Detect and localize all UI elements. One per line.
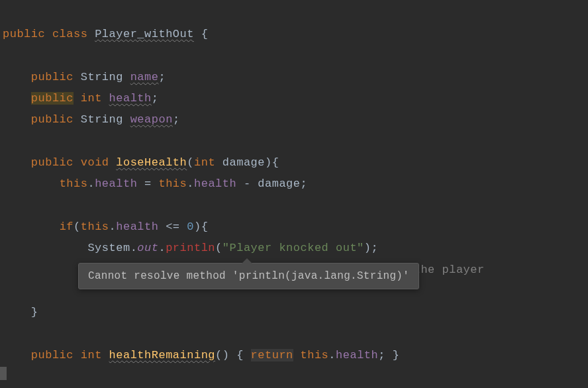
gutter-indicator (0, 367, 7, 380)
keyword-if: if (60, 220, 74, 233)
semicolon: ; (158, 71, 166, 83)
brace-open: { (201, 28, 209, 40)
code-line: public class Player_withOut { (3, 28, 208, 40)
field-ref: health (194, 177, 236, 190)
semicolon: ; (378, 349, 385, 362)
keyword-this: this (60, 177, 88, 190)
keyword-class: class (52, 28, 88, 40)
code-line: public String name; (3, 71, 166, 83)
brace-open: { (272, 156, 279, 169)
semicolon: ; (371, 242, 379, 254)
method-losehealth: loseHealth (116, 156, 187, 169)
semicolon: ; (152, 92, 159, 105)
keyword-public: public (31, 92, 74, 105)
keyword-this: this (158, 177, 187, 190)
minus: - (236, 177, 258, 190)
error-tooltip: Cannot resolve method 'println(java.lang… (78, 263, 419, 289)
space (293, 349, 301, 362)
keyword-return: return (251, 349, 293, 362)
field-name: name (130, 71, 159, 83)
paren-close: ) (222, 349, 230, 362)
dot: . (158, 242, 166, 254)
dot: . (87, 177, 95, 190)
keyword-public: public (31, 349, 74, 362)
code-line: public int health; (3, 92, 158, 105)
keyword-void: void (81, 156, 109, 169)
code-line: System.out.println("Player knocked out")… (3, 242, 378, 254)
type-int: int (81, 92, 102, 105)
method-println-error[interactable]: println (166, 242, 215, 254)
tooltip-text: Cannot resolve method 'println(java.lang… (88, 270, 409, 282)
code-line: public String weapon; (3, 113, 180, 126)
brace-close: } (31, 306, 38, 318)
code-line: } (3, 306, 38, 318)
var-damage: damage (258, 177, 300, 190)
field-ref: health (116, 220, 158, 233)
brace-close: } (385, 349, 399, 362)
keyword-public: public (31, 156, 74, 169)
dot: . (130, 242, 138, 254)
keyword-this: this (81, 220, 109, 233)
semicolon: ; (301, 177, 308, 190)
field-ref: health (95, 177, 137, 190)
lte: <= (158, 220, 187, 233)
code-line: if(this.health <= 0){ (3, 220, 208, 233)
class-system: System (87, 242, 130, 254)
brace-open: { (201, 220, 209, 233)
param-name: damage (222, 156, 265, 169)
class-name: Player_withOut (95, 28, 194, 40)
keyword-public: public (3, 28, 45, 40)
paren-open: ( (74, 220, 81, 233)
field-ref: health (336, 349, 378, 362)
paren-open: ( (187, 156, 194, 169)
equals: = (137, 177, 158, 190)
brace-open: { (229, 349, 250, 362)
type-string: String (81, 113, 123, 126)
code-line: public int healthRemaining() { return th… (3, 349, 399, 362)
dot: . (109, 220, 117, 233)
dot: . (187, 177, 194, 190)
field-health: health (109, 92, 152, 105)
number-zero: 0 (187, 220, 194, 233)
method-healthremaining: healthRemaining (109, 349, 216, 362)
paren-close: ) (364, 242, 371, 254)
field-out: out (137, 242, 158, 254)
param-type: int (194, 156, 215, 169)
paren-close: ) (265, 156, 272, 169)
code-editor[interactable]: public class Player_withOut { public Str… (3, 3, 588, 366)
keyword-public: public (31, 113, 74, 126)
paren-open: ( (215, 242, 222, 254)
semicolon: ; (173, 113, 180, 126)
type-string: String (81, 71, 123, 83)
dot: . (328, 349, 336, 362)
code-line: public void loseHealth(int damage){ (3, 156, 279, 169)
type-int: int (81, 349, 102, 362)
field-weapon: weapon (130, 113, 173, 126)
paren-close: ) (194, 220, 201, 233)
paren-open: ( (215, 349, 222, 362)
code-line: this.health = this.health - damage; (3, 177, 307, 190)
keyword-public: public (31, 71, 74, 83)
string-literal: "Player knocked out" (222, 242, 364, 254)
keyword-this: this (301, 349, 329, 362)
